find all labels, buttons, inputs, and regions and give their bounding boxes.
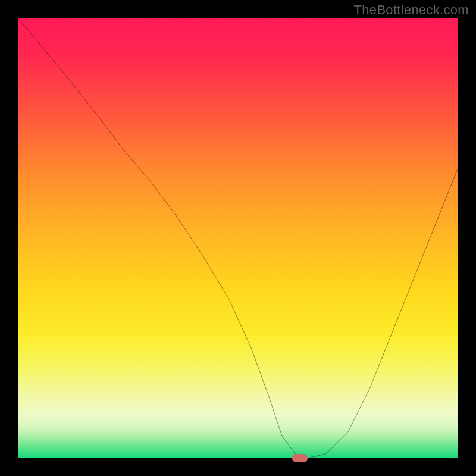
current-config-marker [292, 454, 308, 462]
chart-frame: TheBottleneck.com [0, 0, 476, 476]
curve-path [18, 18, 458, 458]
bottleneck-curve [18, 18, 458, 458]
plot-area [18, 18, 458, 458]
watermark-text: TheBottleneck.com [354, 2, 469, 18]
